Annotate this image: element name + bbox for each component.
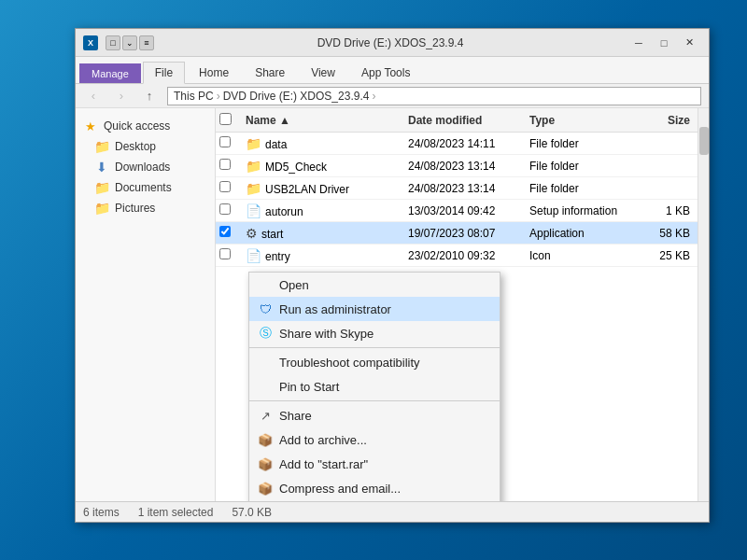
- col-size-header[interactable]: Size: [638, 114, 694, 127]
- scroll-thumb[interactable]: [699, 127, 709, 155]
- folder-icon-data: 📁: [246, 136, 261, 151]
- rar-icon-2: 📦: [257, 455, 274, 472]
- title-bar-buttons: □ ⌄ ≡: [106, 35, 154, 50]
- tab-manage[interactable]: Manage: [79, 63, 141, 83]
- item-count: 6 items: [83, 506, 120, 519]
- ctx-compress-email[interactable]: 📦 Compress and email...: [249, 476, 500, 500]
- forward-button[interactable]: ›: [111, 87, 132, 105]
- up-button[interactable]: ↑: [139, 87, 160, 105]
- ctx-share[interactable]: ↗ Share: [249, 403, 500, 427]
- ctx-add-archive-label: Add to archive...: [279, 433, 367, 447]
- selected-count: 1 item selected: [138, 506, 214, 519]
- close-button[interactable]: ✕: [677, 34, 701, 52]
- status-bar: 6 items 1 item selected 57.0 KB: [76, 501, 709, 522]
- sidebar-item-pictures[interactable]: 📁 Pictures: [76, 198, 215, 218]
- ctx-add-archive[interactable]: 📦 Add to archive...: [249, 427, 500, 452]
- sidebar-item-downloads[interactable]: ⬇ Downloads: [76, 157, 215, 177]
- table-row[interactable]: 📁MD5_Check 24/08/2023 13:14 File folder: [216, 155, 698, 177]
- desktop-icon: 📁: [94, 139, 109, 154]
- sidebar-label-quick-access: Quick access: [104, 119, 170, 133]
- col-type-header[interactable]: Type: [526, 114, 638, 127]
- row-check-data[interactable]: [219, 136, 231, 147]
- scrollbar[interactable]: [698, 108, 709, 501]
- row-check-entry[interactable]: [219, 248, 231, 259]
- table-row[interactable]: 📁USB2LAN Driver 24/08/2023 13:14 File fo…: [216, 177, 698, 200]
- tb-btn-2[interactable]: ⌄: [122, 35, 137, 50]
- maximize-button[interactable]: □: [652, 34, 676, 52]
- rar-icon-1: 📦: [257, 431, 274, 448]
- address-part-1: This PC: [174, 90, 214, 103]
- sidebar-item-quick-access[interactable]: ★ Quick access: [76, 116, 215, 136]
- file-icon-autorun: 📄: [246, 203, 261, 218]
- table-row[interactable]: ⚙start 19/07/2023 08:07 Application 58 K…: [216, 222, 698, 245]
- file-icon-entry: 📄: [246, 248, 261, 263]
- ctx-run-as-admin-label: Run as administrator: [279, 302, 391, 316]
- sidebar-label-downloads: Downloads: [115, 161, 170, 174]
- main-content: ★ Quick access 📁 Desktop ⬇ Downloads 📁 D…: [76, 108, 709, 501]
- sidebar-label-pictures: Pictures: [115, 202, 155, 215]
- window-title: DVD Drive (E:) XDOS_23.9.4: [158, 36, 623, 49]
- title-bar: X □ ⌄ ≡ DVD Drive (E:) XDOS_23.9.4 ─ □ ✕: [76, 29, 709, 57]
- share-icon: ↗: [257, 407, 274, 424]
- file-area: Name ▲ Date modified Type Size 📁data 24/…: [216, 108, 698, 501]
- shield-icon: 🛡: [257, 301, 274, 317]
- row-check-autorun[interactable]: [219, 203, 231, 215]
- ctx-add-start-rar[interactable]: 📦 Add to "start.rar": [249, 452, 500, 476]
- desktop: X □ ⌄ ≡ DVD Drive (E:) XDOS_23.9.4 ─ □ ✕…: [0, 0, 747, 560]
- file-list-header: Name ▲ Date modified Type Size: [216, 108, 698, 133]
- selected-size: 57.0 KB: [232, 506, 272, 519]
- skype-icon: Ⓢ: [257, 325, 274, 342]
- downloads-icon: ⬇: [94, 160, 109, 175]
- ribbon-tabs: Manage File Home Share View App Tools: [76, 57, 709, 83]
- ctx-troubleshoot-label: Troubleshoot compatibility: [279, 356, 420, 370]
- col-check-header: [219, 113, 242, 128]
- tab-file[interactable]: File: [143, 62, 185, 84]
- explorer-window: X □ ⌄ ≡ DVD Drive (E:) XDOS_23.9.4 ─ □ ✕…: [75, 28, 710, 523]
- row-check-usb[interactable]: [219, 181, 231, 192]
- select-all-checkbox[interactable]: [219, 113, 232, 125]
- context-menu: Open 🛡 Run as administrator Ⓢ Share with…: [248, 272, 500, 501]
- back-button[interactable]: ‹: [83, 87, 104, 105]
- tab-home[interactable]: Home: [187, 62, 241, 83]
- ctx-open[interactable]: Open: [249, 273, 500, 297]
- ctx-sep-1: [249, 347, 500, 348]
- rar-icon-3: 📦: [257, 480, 274, 497]
- pictures-icon: 📁: [94, 201, 109, 216]
- tb-btn-3[interactable]: ≡: [139, 35, 154, 50]
- nav-bar: ‹ › ↑ This PC › DVD Drive (E:) XDOS_23.9…: [76, 84, 709, 108]
- ctx-share-label: Share: [279, 409, 312, 423]
- row-check-md5[interactable]: [219, 159, 231, 170]
- minimize-button[interactable]: ─: [627, 34, 651, 52]
- col-name-header[interactable]: Name ▲: [242, 114, 404, 127]
- tab-app-tools[interactable]: App Tools: [349, 62, 422, 83]
- address-bar[interactable]: This PC › DVD Drive (E:) XDOS_23.9.4 ›: [167, 87, 701, 105]
- sidebar: ★ Quick access 📁 Desktop ⬇ Downloads 📁 D…: [76, 108, 216, 501]
- folder-icon-usb: 📁: [246, 181, 261, 196]
- address-part-2: DVD Drive (E:) XDOS_23.9.4: [223, 90, 370, 103]
- col-date-header[interactable]: Date modified: [404, 114, 526, 127]
- ctx-pin-start[interactable]: Pin to Start: [249, 374, 500, 399]
- ctx-share-skype-label: Share with Skype: [279, 327, 374, 341]
- ctx-run-as-admin[interactable]: 🛡 Run as administrator: [249, 297, 500, 321]
- documents-icon: 📁: [94, 180, 109, 195]
- ctx-open-label: Open: [279, 278, 309, 292]
- ctx-sep-2: [249, 400, 500, 401]
- sidebar-label-desktop: Desktop: [115, 140, 156, 153]
- ctx-troubleshoot[interactable]: Troubleshoot compatibility: [249, 350, 500, 374]
- window-controls: ─ □ ✕: [627, 34, 701, 52]
- window-icon: X: [83, 35, 98, 50]
- sidebar-item-documents[interactable]: 📁 Documents: [76, 177, 215, 198]
- ctx-pin-start-label: Pin to Start: [279, 380, 339, 394]
- tab-view[interactable]: View: [299, 62, 347, 83]
- ctx-share-skype[interactable]: Ⓢ Share with Skype: [249, 321, 500, 345]
- tb-btn-1[interactable]: □: [106, 35, 120, 50]
- row-check-start[interactable]: [219, 226, 231, 237]
- ctx-compress-start-rar-email[interactable]: 📦 Compress to "start.rar" and email: [249, 500, 500, 501]
- ctx-compress-email-label: Compress and email...: [279, 482, 401, 496]
- tab-share[interactable]: Share: [243, 62, 297, 83]
- table-row[interactable]: 📁data 24/08/2023 14:11 File folder: [216, 133, 698, 155]
- app-icon-start: ⚙: [246, 226, 258, 241]
- table-row[interactable]: 📄entry 23/02/2010 09:32 Icon 25 KB: [216, 245, 698, 267]
- sidebar-item-desktop[interactable]: 📁 Desktop: [76, 136, 215, 157]
- table-row[interactable]: 📄autorun 13/03/2014 09:42 Setup informat…: [216, 200, 698, 222]
